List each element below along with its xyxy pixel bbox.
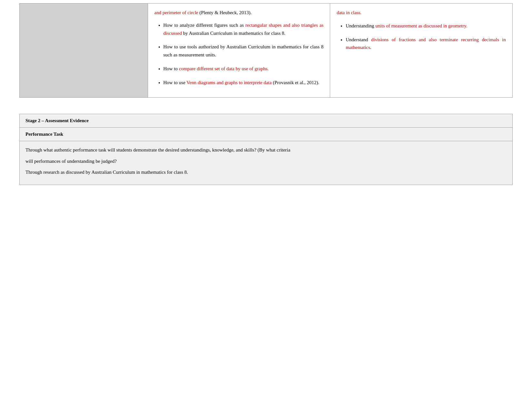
bullet1-prefix: How to analyze different figures such as	[163, 23, 245, 28]
right-bullet1-red: units of measurement as discussed in geo…	[375, 23, 467, 28]
stage2-box: Stage 2 – Assessment Evidence Performanc…	[19, 114, 513, 185]
performance-task-label: Performance Task	[25, 132, 63, 137]
bullet4-prefix: How to use	[163, 80, 187, 85]
bullet2-text: How to use tools authorized by Australia…	[163, 44, 324, 57]
content-table: and perimeter of circle (Plenty & Heubec…	[19, 3, 513, 98]
page-wrapper: and perimeter of circle (Plenty & Heubec…	[0, 0, 532, 198]
bullet3-prefix: How to	[163, 66, 179, 71]
list-item: Understanding units of measurement as di…	[346, 22, 506, 30]
list-item: How to compare different set of data by …	[163, 65, 324, 73]
middle-bullet-list: How to analyze different figures such as…	[154, 21, 324, 87]
table-col-middle: and perimeter of circle (Plenty & Heubec…	[148, 4, 330, 98]
list-item: How to use tools authorized by Australia…	[163, 43, 324, 59]
list-item: Understand divisions of fractions and al…	[346, 36, 506, 52]
bullet4-suffix: (Provasnik et al., 2012).	[271, 80, 319, 85]
bullet1-suffix: by Australian Curriculum in mathematics …	[182, 31, 285, 36]
performance-task-line3: Through research as discussed by Austral…	[25, 168, 507, 176]
stage2-header: Stage 2 – Assessment Evidence	[20, 114, 512, 128]
performance-task-header: Performance Task	[20, 128, 512, 141]
table-col-left	[20, 4, 148, 98]
right-bullet1-prefix: Understanding	[346, 23, 375, 28]
performance-task-body: Through what authentic performance task …	[20, 141, 512, 185]
stage2-header-label: Stage 2 – Assessment Evidence	[25, 118, 89, 123]
right-bullet2-prefix: Understand	[346, 37, 371, 42]
list-item: How to use Venn diagrams and graphs to i…	[163, 79, 324, 87]
bullet3-red: compare different set of data by use of …	[179, 66, 269, 71]
performance-task-line1: Through what authentic performance task …	[25, 146, 507, 154]
middle-intro-suffix: (Plenty & Heubeck, 2013).	[198, 10, 252, 15]
table-col-right: data in class. Understanding units of me…	[330, 4, 513, 98]
right-bullet2-suffix: .	[370, 45, 371, 50]
performance-task-line2: will performances of understanding be ju…	[25, 157, 507, 165]
right-bullet-list: Understanding units of measurement as di…	[337, 22, 506, 52]
bullet4-red: Venn diagrams and graphs to interprete d…	[186, 80, 271, 85]
middle-intro-red: and perimeter of circle	[154, 10, 198, 15]
right-intro: data in class.	[337, 9, 506, 17]
right-intro-red: data in class.	[337, 10, 361, 15]
list-item: How to analyze different figures such as…	[163, 21, 324, 37]
middle-intro: and perimeter of circle (Plenty & Heubec…	[154, 9, 324, 17]
